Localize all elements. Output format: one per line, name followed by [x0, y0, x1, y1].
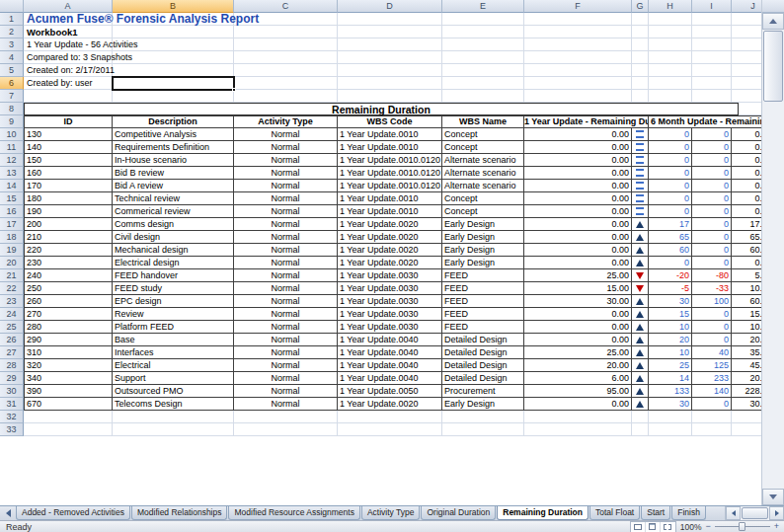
cell-month6-remaining[interactable]: 10.00 [732, 282, 761, 295]
cell-description[interactable]: Base [113, 334, 234, 346]
cell-month6-remaining[interactable]: 0.00 [732, 167, 761, 180]
cell-delta-pct[interactable]: 140 [692, 385, 732, 398]
cell-delta[interactable]: 60 [649, 244, 692, 257]
cell-delta[interactable]: 0 [649, 205, 692, 218]
cell-trend[interactable] [632, 398, 649, 411]
row-header-23[interactable]: 23 [0, 295, 24, 308]
normal-view-button[interactable] [631, 522, 646, 532]
cell-delta[interactable]: 14 [649, 372, 692, 385]
cell-description[interactable]: In-House scenario [113, 154, 234, 167]
cell-E5[interactable] [442, 64, 524, 77]
cell-wbs-name[interactable]: Procurement [442, 385, 524, 398]
cell-wbs-code[interactable]: 1 Year Update.0040 [338, 372, 442, 385]
cell-description[interactable]: Requirements Definition [113, 141, 234, 154]
cell-description[interactable]: Commerical review [113, 205, 234, 218]
cell-wbs-name[interactable]: Alternate scenario [442, 154, 524, 167]
cell-description[interactable]: EPC design [113, 295, 234, 308]
horizontal-scroll-thumb[interactable] [742, 507, 768, 519]
cell-J5[interactable] [732, 64, 761, 77]
cell-wbs-name[interactable]: Detailed Design [442, 359, 524, 372]
cell-C6[interactable] [234, 77, 338, 90]
cell-wbs-code[interactable]: 1 Year Update.0030 [338, 321, 442, 334]
cell-trend[interactable] [632, 192, 649, 205]
cell-delta[interactable]: 65 [649, 231, 692, 244]
row-header-2[interactable]: 2 [0, 26, 24, 38]
cell-trend[interactable] [632, 205, 649, 218]
row-header-9[interactable]: 9 [0, 115, 24, 128]
cell-month6-remaining[interactable]: 0.00 [732, 154, 761, 167]
cell-wbs-name[interactable]: Detailed Design [442, 346, 524, 359]
cell-activity-type[interactable]: Normal [234, 192, 338, 205]
cell-wbs-name[interactable]: FEED [442, 269, 524, 282]
cell-delta-pct[interactable]: 0 [692, 192, 732, 205]
cell-E7[interactable] [442, 90, 524, 103]
cell-year1-remaining[interactable]: 15.00 [524, 282, 632, 295]
section-header-cell[interactable]: Remaining Duration [24, 103, 739, 115]
cell-E32[interactable] [442, 411, 524, 423]
cell-H1[interactable] [649, 13, 692, 26]
cell-delta-pct[interactable]: 0 [692, 180, 732, 192]
cell-wbs-name[interactable]: FEED [442, 295, 524, 308]
cell-activity-type[interactable]: Normal [234, 269, 338, 282]
cell-delta-pct[interactable]: 233 [692, 372, 732, 385]
cell-D2[interactable] [338, 26, 442, 38]
cell-H4[interactable] [649, 51, 692, 64]
scroll-up-button[interactable] [762, 13, 784, 30]
cell-month6-remaining[interactable]: 60.00 [732, 244, 761, 257]
cell-I3[interactable] [692, 38, 732, 51]
column-header-I[interactable]: I [692, 0, 732, 13]
cell-trend[interactable] [632, 282, 649, 295]
cell-year1-remaining[interactable]: 95.00 [524, 385, 632, 398]
fill-handle[interactable] [232, 88, 236, 92]
cell-delta-pct[interactable]: 0 [692, 308, 732, 321]
cell-year1-remaining[interactable]: 0.00 [524, 334, 632, 346]
cell-activity-type[interactable]: Normal [234, 308, 338, 321]
cell-J2[interactable] [732, 26, 761, 38]
row-header-14[interactable]: 14 [0, 180, 24, 192]
cell-id[interactable]: 150 [24, 154, 113, 167]
row-header-32[interactable]: 32 [0, 411, 24, 423]
tab-scroll-left-button[interactable] [0, 506, 16, 520]
cell-D7[interactable] [338, 90, 442, 103]
cell-activity-type[interactable]: Normal [234, 372, 338, 385]
cell-F3[interactable] [524, 38, 632, 51]
sheet-tab-3[interactable]: Modified Resource Assignments [228, 506, 359, 520]
table-header[interactable]: WBS Name [442, 115, 524, 128]
cell-description[interactable]: Comms design [113, 218, 234, 231]
cell-D33[interactable] [338, 423, 442, 436]
cell-year1-remaining[interactable]: 0.00 [524, 308, 632, 321]
cell-description[interactable]: FEED handover [113, 269, 234, 282]
cell-C4[interactable] [234, 51, 338, 64]
cell-month6-remaining[interactable]: 0.00 [732, 257, 761, 269]
row-header-6[interactable]: 6 [0, 77, 24, 90]
column-header-F[interactable]: F [524, 0, 632, 13]
column-header-J[interactable]: J [732, 0, 761, 13]
row-header-22[interactable]: 22 [0, 282, 24, 295]
cell-trend[interactable] [632, 295, 649, 308]
zoom-level[interactable]: 100% [680, 522, 702, 532]
cell-trend[interactable] [632, 128, 649, 141]
cell-G32[interactable] [632, 411, 649, 423]
cell-trend[interactable] [632, 257, 649, 269]
cell-activity-type[interactable]: Normal [234, 334, 338, 346]
cell-wbs-code[interactable]: 1 Year Update.0030 [338, 308, 442, 321]
cell-id[interactable]: 220 [24, 244, 113, 257]
row-header-13[interactable]: 13 [0, 167, 24, 180]
row-header-1[interactable]: 1 [0, 13, 24, 26]
cell-month6-remaining[interactable]: 0.00 [732, 205, 761, 218]
row-header-21[interactable]: 21 [0, 269, 24, 282]
cell-wbs-code[interactable]: 1 Year Update.0020 [338, 398, 442, 411]
sheet-tab-2[interactable]: Modified Relationships [131, 506, 228, 520]
cell-trend[interactable] [632, 244, 649, 257]
cell-I33[interactable] [692, 423, 732, 436]
cell-description[interactable]: Review [113, 308, 234, 321]
cell-trend[interactable] [632, 372, 649, 385]
sheet-tab-6[interactable]: Remaining Duration [497, 506, 588, 520]
cell-activity-type[interactable]: Normal [234, 231, 338, 244]
cell-description[interactable]: Bid A review [113, 180, 234, 192]
zoom-slider-thumb[interactable] [739, 522, 745, 531]
cell-delta[interactable]: 0 [649, 141, 692, 154]
row-header-30[interactable]: 30 [0, 385, 24, 398]
cell-wbs-name[interactable]: Alternate scenario [442, 180, 524, 192]
cell-year1-remaining[interactable]: 20.00 [524, 359, 632, 372]
